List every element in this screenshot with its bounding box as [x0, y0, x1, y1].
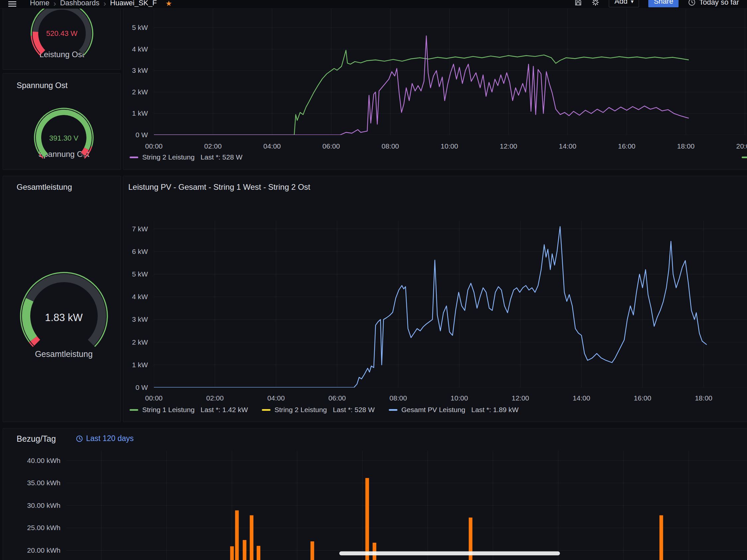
legend-label: String 2 Leistung [275, 406, 327, 414]
axis-tick-label: 4 kW [101, 45, 148, 53]
chevron-down-icon: ▾ [631, 0, 633, 5]
bar [365, 478, 369, 560]
axis-tick-label: 06:00 [317, 394, 357, 403]
gauge-arc [83, 149, 86, 154]
legend-value: Last *: 528 W [201, 153, 242, 161]
legend-pv-total: String 1 Leistung Last *: 1.42 kW String… [130, 406, 519, 414]
series-line [154, 227, 707, 387]
series-line [154, 50, 689, 135]
time-override-label: Last 120 days [86, 434, 134, 443]
axis-tick-label: 5 kW [101, 23, 148, 32]
bar [250, 515, 254, 560]
bar [235, 510, 239, 560]
breadcrumb-dashboard-title[interactable]: Huawei_SK_F [110, 0, 157, 7]
axis-tick-label: 6 kW [101, 247, 148, 256]
axis-tick-label: 04:00 [256, 394, 296, 403]
add-button-label: Add [614, 0, 627, 6]
legend-item-string1[interactable]: String 1 Leistung Last *: 1.42 kW [130, 406, 248, 414]
grafana-dashboard: Spannung Ost Gesamtleistung Leistung PV … [0, 0, 747, 560]
add-button[interactable]: Add ▾ [609, 0, 639, 7]
axis-tick-label: 35.00 kWh [10, 479, 60, 487]
bar [257, 546, 260, 560]
legend-swatch [389, 409, 397, 411]
time-range-label: Today so far [699, 0, 739, 7]
axis-tick-label: 08:00 [378, 394, 418, 403]
breadcrumb-home[interactable]: Home [30, 0, 50, 7]
legend-label: String 1 Leistung [142, 406, 195, 414]
axis-tick-label: 3 kW [101, 66, 148, 75]
top-nav: Home › Dashboards › Huawei_SK_F ★ [0, 0, 747, 9]
axis-tick-label: 18:00 [666, 142, 706, 151]
bezug-tag-chart[interactable] [67, 451, 747, 560]
panel-time-override: Last 120 days [76, 434, 134, 443]
axis-tick-label: 0 W [101, 383, 148, 392]
legend-value: Last *: 528 W [333, 406, 375, 414]
save-dashboard-icon[interactable] [574, 0, 582, 6]
clock-icon [76, 435, 83, 442]
legend-swatch-partial[interactable] [742, 156, 747, 158]
axis-tick-label: 14:00 [548, 142, 588, 151]
axis-tick-label: 1 kW [101, 361, 148, 369]
axis-tick-label: 16:00 [607, 142, 647, 151]
axis-tick-label: 12:00 [488, 142, 529, 151]
time-range-picker[interactable]: Today so far [688, 0, 739, 7]
axis-tick-label: 06:00 [311, 142, 351, 151]
breadcrumb-separator-icon: › [53, 0, 56, 7]
axis-tick-label: 7 kW [101, 225, 148, 233]
legend-item-gesamt[interactable]: Gesamt PV Leistung Last *: 1.89 kW [389, 406, 519, 414]
panel-title-gesamtleistung[interactable]: Gesamtleistung [17, 182, 72, 192]
nav-actions: Add ▾ Share Today so far [574, 0, 739, 7]
legend-value: Last *: 1.89 kW [471, 406, 518, 414]
axis-tick-label: 00:00 [134, 142, 174, 151]
axis-tick-label: 10:00 [429, 142, 469, 151]
panel-title-bezug-tag[interactable]: Bezug/Tag [17, 434, 56, 444]
legend-value: Last *: 1.42 kW [201, 406, 248, 414]
share-button-label: Share [654, 0, 673, 6]
legend-swatch [130, 156, 138, 158]
legend-swatch [130, 409, 138, 411]
series-line [154, 36, 689, 135]
axis-tick-label: 14:00 [562, 394, 601, 403]
bar [243, 540, 247, 560]
share-button[interactable]: Share [648, 0, 678, 7]
axis-tick-label: 30.00 kWh [10, 501, 60, 510]
axis-tick-label: 00:00 [134, 394, 174, 403]
menu-icon[interactable] [8, 1, 17, 7]
axis-tick-label: 40.00 kWh [10, 456, 60, 465]
favorite-star-icon[interactable]: ★ [165, 0, 172, 7]
bar [310, 541, 314, 560]
clock-icon [688, 0, 696, 6]
legend-string-ost: String 2 Leistung Last *: 528 W [130, 153, 242, 161]
axis-tick-label: 02:00 [195, 394, 235, 403]
horizontal-scrollbar[interactable] [339, 551, 560, 555]
legend-item-string2[interactable]: String 2 Leistung Last *: 528 W [130, 153, 242, 161]
string-ost-power-chart[interactable] [154, 9, 747, 135]
panel-title-pv[interactable]: Leistung PV - Gesamt - String 1 West - S… [128, 182, 310, 192]
axis-tick-label: 0 W [101, 131, 148, 139]
axis-tick-label: 1 kW [101, 109, 148, 118]
gauge-spannung-ost [33, 107, 94, 168]
gauge-gesamtleistung [19, 271, 109, 361]
axis-tick-label: 20.00 kWh [10, 546, 60, 555]
legend-label: Gesamt PV Leistung [402, 406, 466, 414]
bar [660, 515, 663, 560]
bar [230, 546, 234, 560]
gauge-leistung-ost [30, 1, 94, 66]
legend-swatch [262, 409, 271, 411]
gauge-arc [26, 278, 102, 342]
breadcrumb-dashboards[interactable]: Dashboards [60, 0, 100, 7]
axis-tick-label: 16:00 [623, 394, 663, 403]
gauge-arc [26, 300, 33, 338]
axis-tick-label: 10:00 [439, 394, 479, 403]
gauge-arc [35, 31, 43, 52]
legend-item-string2[interactable]: String 2 Leistung Last *: 528 W [262, 406, 375, 414]
axis-tick-label: 02:00 [193, 142, 233, 151]
pv-total-power-chart[interactable] [154, 221, 747, 387]
axis-tick-label: 2 kW [101, 88, 148, 96]
axis-tick-label: 20:00 [725, 142, 747, 151]
panel-title-spannung-ost[interactable]: Spannung Ost [17, 81, 68, 90]
axis-tick-label: 12:00 [500, 394, 540, 403]
gauge-arc [33, 338, 37, 342]
axis-tick-label: 04:00 [252, 142, 292, 151]
settings-gear-icon[interactable] [591, 0, 599, 6]
